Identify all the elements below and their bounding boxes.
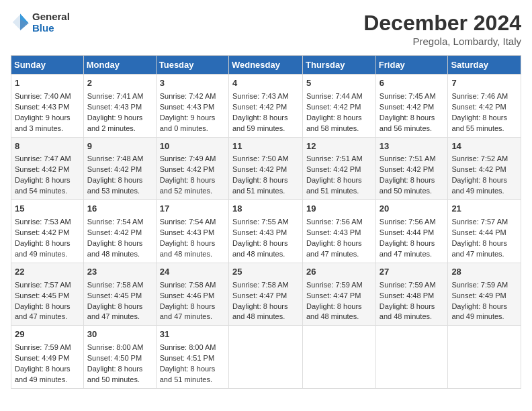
calendar-cell: 15Sunrise: 7:53 AMSunset: 4:42 PMDayligh…	[11, 200, 84, 263]
calendar-table: SundayMondayTuesdayWednesdayThursdayFrid…	[11, 55, 521, 389]
daylight-text: Daylight: 8 hours and 49 minutes.	[451, 176, 507, 195]
sunset-text: Sunset: 4:42 PM	[380, 165, 434, 173]
sunrise-text: Sunrise: 7:58 AM	[160, 281, 216, 289]
sunrise-text: Sunrise: 7:48 AM	[87, 154, 144, 163]
day-number: 29	[15, 328, 80, 341]
day-number: 17	[160, 203, 225, 216]
logo: General Blue	[11, 11, 70, 34]
sunset-text: Sunset: 4:44 PM	[380, 228, 434, 236]
day-number: 4	[232, 77, 299, 90]
day-number: 7	[451, 77, 517, 90]
sunset-text: Sunset: 4:46 PM	[160, 291, 214, 300]
day-number: 11	[232, 140, 299, 153]
calendar-cell: 29Sunrise: 7:59 AMSunset: 4:49 PMDayligh…	[11, 326, 84, 389]
day-number: 24	[160, 266, 225, 279]
daylight-text: Daylight: 9 hours and 2 minutes.	[87, 113, 143, 132]
calendar-cell: 28Sunrise: 7:59 AMSunset: 4:49 PMDayligh…	[448, 263, 521, 326]
sunrise-text: Sunrise: 7:51 AM	[380, 154, 436, 163]
daylight-text: Daylight: 9 hours and 3 minutes.	[15, 113, 71, 132]
sunrise-text: Sunrise: 7:41 AM	[87, 92, 144, 100]
day-header-tuesday: Tuesday	[156, 56, 228, 75]
calendar-cell: 3Sunrise: 7:42 AMSunset: 4:43 PMDaylight…	[156, 75, 228, 138]
calendar-cell: 26Sunrise: 7:59 AMSunset: 4:47 PMDayligh…	[303, 263, 376, 326]
day-number: 2	[87, 77, 152, 90]
sunset-text: Sunset: 4:42 PM	[87, 165, 142, 173]
sunset-text: Sunset: 4:45 PM	[15, 291, 69, 300]
daylight-text: Daylight: 8 hours and 48 minutes.	[160, 239, 216, 258]
calendar-cell: 31Sunrise: 8:00 AMSunset: 4:51 PMDayligh…	[156, 326, 228, 389]
sunset-text: Sunset: 4:42 PM	[451, 165, 506, 173]
sunset-text: Sunset: 4:42 PM	[232, 103, 287, 111]
calendar-cell: 24Sunrise: 7:58 AMSunset: 4:46 PMDayligh…	[156, 263, 228, 326]
day-header-monday: Monday	[83, 56, 156, 75]
sunset-text: Sunset: 4:48 PM	[380, 291, 434, 300]
calendar-cell: 5Sunrise: 7:44 AMSunset: 4:42 PMDaylight…	[303, 75, 376, 138]
calendar-cell: 23Sunrise: 7:58 AMSunset: 4:45 PMDayligh…	[83, 263, 156, 326]
sunrise-text: Sunrise: 7:52 AM	[451, 154, 508, 163]
sunset-text: Sunset: 4:42 PM	[306, 103, 361, 111]
calendar-cell: 21Sunrise: 7:57 AMSunset: 4:44 PMDayligh…	[448, 200, 521, 263]
daylight-text: Daylight: 8 hours and 48 minutes.	[380, 302, 435, 321]
day-number: 12	[306, 140, 372, 153]
sunset-text: Sunset: 4:45 PM	[87, 291, 142, 300]
sunset-text: Sunset: 4:43 PM	[87, 103, 142, 111]
sunset-text: Sunset: 4:42 PM	[380, 103, 434, 111]
day-header-sunday: Sunday	[11, 56, 84, 75]
calendar-cell: 18Sunrise: 7:55 AMSunset: 4:43 PMDayligh…	[228, 200, 302, 263]
sunset-text: Sunset: 4:42 PM	[451, 103, 506, 111]
sunrise-text: Sunrise: 7:55 AM	[232, 218, 289, 226]
sunset-text: Sunset: 4:49 PM	[15, 354, 69, 362]
calendar-cell: 13Sunrise: 7:51 AMSunset: 4:42 PMDayligh…	[375, 137, 448, 200]
sunset-text: Sunset: 4:43 PM	[15, 103, 69, 111]
sunset-text: Sunset: 4:42 PM	[306, 165, 361, 173]
daylight-text: Daylight: 8 hours and 48 minutes.	[232, 239, 288, 258]
sunrise-text: Sunrise: 7:58 AM	[87, 281, 144, 289]
day-number: 21	[451, 203, 517, 216]
day-number: 8	[15, 140, 80, 153]
sunrise-text: Sunrise: 7:56 AM	[380, 218, 436, 226]
daylight-text: Daylight: 8 hours and 51 minutes.	[306, 176, 362, 195]
calendar-cell: 6Sunrise: 7:45 AMSunset: 4:42 PMDaylight…	[375, 75, 448, 138]
daylight-text: Daylight: 8 hours and 51 minutes.	[232, 176, 288, 195]
logo-text: General Blue	[32, 11, 70, 34]
day-number: 31	[160, 328, 225, 341]
sunrise-text: Sunrise: 7:46 AM	[451, 92, 508, 100]
day-number: 20	[380, 203, 445, 216]
sunrise-text: Sunrise: 8:00 AM	[160, 343, 216, 351]
daylight-text: Daylight: 8 hours and 49 minutes.	[15, 239, 71, 258]
sunset-text: Sunset: 4:42 PM	[15, 228, 69, 236]
day-number: 10	[160, 140, 225, 153]
sunrise-text: Sunrise: 7:50 AM	[232, 154, 289, 163]
day-number: 23	[87, 266, 152, 279]
daylight-text: Daylight: 8 hours and 47 minutes.	[380, 239, 435, 258]
sunrise-text: Sunrise: 7:59 AM	[306, 281, 363, 289]
daylight-text: Daylight: 8 hours and 47 minutes.	[87, 302, 143, 321]
day-number: 25	[232, 266, 299, 279]
location-subtitle: Pregola, Lombardy, Italy	[363, 36, 521, 47]
calendar-cell	[303, 326, 376, 389]
sunrise-text: Sunrise: 7:40 AM	[15, 92, 71, 100]
sunset-text: Sunset: 4:42 PM	[87, 228, 142, 236]
daylight-text: Daylight: 8 hours and 47 minutes.	[451, 239, 507, 258]
daylight-text: Daylight: 8 hours and 49 minutes.	[451, 302, 507, 321]
sunrise-text: Sunrise: 7:51 AM	[306, 154, 363, 163]
calendar-cell	[448, 326, 521, 389]
calendar-cell: 14Sunrise: 7:52 AMSunset: 4:42 PMDayligh…	[448, 137, 521, 200]
sunset-text: Sunset: 4:44 PM	[451, 228, 506, 236]
sunrise-text: Sunrise: 7:56 AM	[306, 218, 363, 226]
sunrise-text: Sunrise: 7:42 AM	[160, 92, 216, 100]
day-number: 6	[380, 77, 445, 90]
daylight-text: Daylight: 8 hours and 47 minutes.	[15, 302, 71, 321]
page-header: General Blue December 2024 Pregola, Lomb…	[11, 11, 521, 47]
sunset-text: Sunset: 4:42 PM	[15, 165, 69, 173]
calendar-cell: 17Sunrise: 7:54 AMSunset: 4:43 PMDayligh…	[156, 200, 228, 263]
daylight-text: Daylight: 8 hours and 51 minutes.	[160, 365, 216, 383]
day-header-thursday: Thursday	[303, 56, 376, 75]
sunrise-text: Sunrise: 8:00 AM	[87, 343, 144, 351]
daylight-text: Daylight: 8 hours and 47 minutes.	[306, 239, 362, 258]
sunset-text: Sunset: 4:43 PM	[160, 103, 214, 111]
calendar-cell: 10Sunrise: 7:49 AMSunset: 4:42 PMDayligh…	[156, 137, 228, 200]
sunrise-text: Sunrise: 7:47 AM	[15, 154, 71, 163]
month-title: December 2024	[363, 11, 521, 36]
calendar-cell	[228, 326, 302, 389]
